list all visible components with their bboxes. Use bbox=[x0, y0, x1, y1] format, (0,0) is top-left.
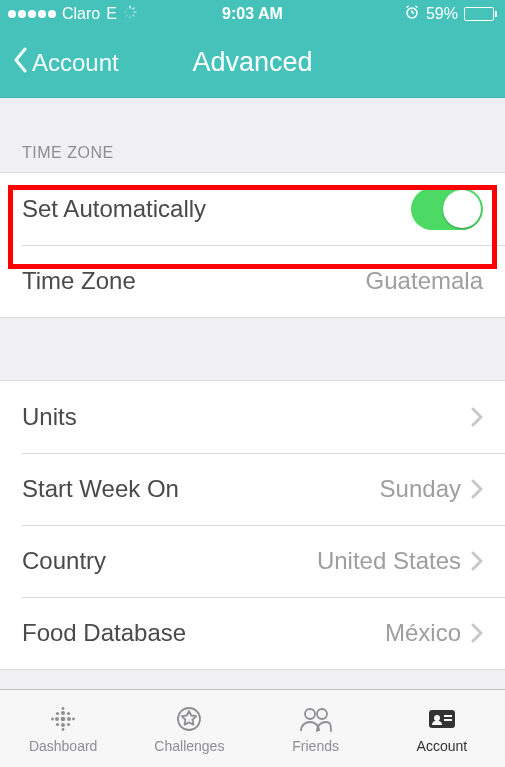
tab-label: Dashboard bbox=[29, 738, 98, 754]
carrier-label: Claro bbox=[62, 5, 100, 23]
list-timezone: Set Automatically Time Zone Guatemala bbox=[0, 172, 505, 318]
battery-pct: 59% bbox=[426, 5, 458, 23]
chevron-right-icon bbox=[471, 623, 483, 643]
svg-point-14 bbox=[55, 717, 59, 721]
tab-account[interactable]: Account bbox=[379, 690, 505, 767]
chevron-right-icon bbox=[471, 479, 483, 499]
svg-point-30 bbox=[434, 715, 440, 721]
svg-point-15 bbox=[67, 717, 71, 721]
svg-line-7 bbox=[126, 8, 127, 9]
svg-line-1 bbox=[133, 8, 134, 9]
row-timezone[interactable]: Time Zone Guatemala bbox=[0, 245, 505, 317]
tab-challenges[interactable]: Challenges bbox=[126, 690, 252, 767]
activity-spinner-icon bbox=[123, 5, 137, 23]
row-label: Food Database bbox=[22, 619, 186, 647]
nav-bar: Account Advanced bbox=[0, 28, 505, 98]
signal-strength-icon bbox=[8, 10, 56, 18]
row-label: Set Automatically bbox=[22, 195, 206, 223]
network-type: E bbox=[106, 5, 117, 23]
row-value: México bbox=[385, 619, 461, 647]
row-start-week[interactable]: Start Week On Sunday bbox=[0, 453, 505, 525]
back-label: Account bbox=[32, 49, 119, 77]
svg-point-25 bbox=[67, 722, 70, 725]
row-value: Guatemala bbox=[366, 267, 483, 295]
svg-point-20 bbox=[62, 707, 65, 710]
row-value: Sunday bbox=[380, 475, 461, 503]
row-label: Country bbox=[22, 547, 106, 575]
row-set-automatically[interactable]: Set Automatically bbox=[0, 173, 505, 245]
svg-point-24 bbox=[56, 722, 59, 725]
challenges-icon bbox=[172, 704, 206, 734]
row-label: Units bbox=[22, 403, 77, 431]
back-button[interactable]: Account bbox=[0, 46, 119, 80]
svg-line-5 bbox=[126, 15, 127, 16]
dashboard-icon bbox=[46, 704, 80, 734]
battery-icon bbox=[464, 7, 497, 21]
tab-label: Challenges bbox=[154, 738, 224, 754]
tab-label: Account bbox=[417, 738, 468, 754]
status-bar: Claro E 9:03 AM 59% bbox=[0, 0, 505, 28]
tab-dashboard[interactable]: Dashboard bbox=[0, 690, 126, 767]
spacer bbox=[0, 318, 505, 380]
svg-point-27 bbox=[305, 709, 315, 719]
row-value: United States bbox=[317, 547, 461, 575]
svg-point-13 bbox=[61, 716, 66, 721]
status-right: 59% bbox=[404, 4, 497, 24]
chevron-right-icon bbox=[471, 407, 483, 427]
account-icon bbox=[424, 704, 460, 734]
clock: 9:03 AM bbox=[222, 5, 283, 23]
row-label: Time Zone bbox=[22, 267, 136, 295]
tab-label: Friends bbox=[292, 738, 339, 754]
page-title: Advanced bbox=[192, 47, 312, 78]
toggle-set-automatically[interactable] bbox=[411, 188, 483, 230]
svg-line-11 bbox=[406, 6, 408, 8]
svg-point-21 bbox=[62, 728, 65, 731]
row-label: Start Week On bbox=[22, 475, 179, 503]
screen: Claro E 9:03 AM 59% bbox=[0, 0, 505, 767]
svg-rect-31 bbox=[444, 715, 452, 717]
alarm-icon bbox=[404, 4, 420, 24]
tab-friends[interactable]: Friends bbox=[253, 690, 379, 767]
friends-icon bbox=[297, 704, 335, 734]
section-header-timezone: TIME ZONE bbox=[0, 98, 505, 172]
svg-rect-32 bbox=[444, 719, 452, 721]
svg-line-3 bbox=[133, 15, 134, 16]
chevron-left-icon bbox=[12, 46, 28, 80]
svg-point-23 bbox=[67, 711, 70, 714]
svg-line-12 bbox=[415, 6, 417, 8]
chevron-right-icon bbox=[471, 551, 483, 571]
svg-point-18 bbox=[51, 717, 54, 720]
list-general: Units Start Week On Sunday Country Unite… bbox=[0, 380, 505, 670]
row-units[interactable]: Units bbox=[0, 381, 505, 453]
svg-point-16 bbox=[61, 711, 65, 715]
tab-bar: Dashboard Challenges Friends bbox=[0, 689, 505, 767]
row-food-database[interactable]: Food Database México bbox=[0, 597, 505, 669]
row-country[interactable]: Country United States bbox=[0, 525, 505, 597]
svg-point-22 bbox=[56, 711, 59, 714]
svg-point-28 bbox=[317, 709, 327, 719]
svg-point-19 bbox=[72, 717, 75, 720]
svg-point-17 bbox=[61, 723, 65, 727]
status-left: Claro E bbox=[8, 5, 137, 23]
